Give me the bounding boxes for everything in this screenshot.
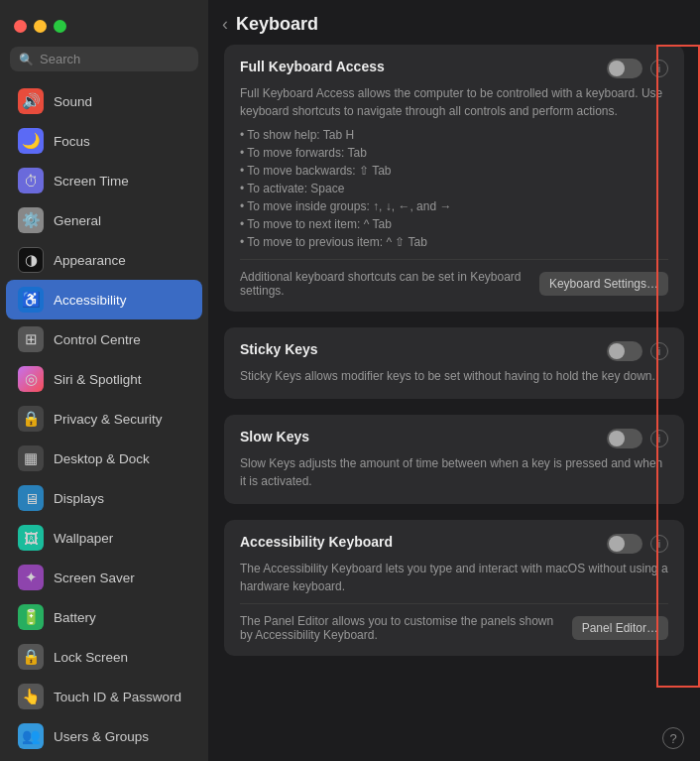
bullet-item: To show help: Tab H bbox=[240, 126, 668, 144]
card-title-sticky-keys: Sticky Keys bbox=[240, 341, 318, 357]
sidebar-item-appearance[interactable]: ◑Appearance bbox=[6, 240, 202, 280]
touchid-icon: 👆 bbox=[18, 684, 44, 709]
card-divider-accessibility-keyboard bbox=[240, 603, 668, 604]
sidebar-item-label-battery: Battery bbox=[54, 610, 96, 625]
sidebar-item-controlcentre[interactable]: ⊞Control Centre bbox=[6, 319, 202, 359]
sound-icon: 🔊 bbox=[18, 88, 44, 114]
appearance-icon: ◑ bbox=[18, 247, 44, 273]
sidebar-item-label-appearance: Appearance bbox=[54, 253, 126, 268]
sidebar-item-label-siri: Siri & Spotlight bbox=[54, 372, 142, 387]
sidebar-item-label-users: Users & Groups bbox=[54, 729, 149, 744]
main-body: Full Keyboard AccessiFull Keyboard Acces… bbox=[208, 45, 700, 688]
sidebar-item-privacy[interactable]: 🔒Privacy & Security bbox=[6, 399, 202, 439]
traffic-lights bbox=[0, 12, 208, 47]
card-body-accessibility-keyboard: The Accessibility Keyboard lets you type… bbox=[240, 560, 668, 595]
sidebar-item-lockscreen[interactable]: 🔒Lock Screen bbox=[6, 637, 202, 677]
sidebar-item-users[interactable]: 👥Users & Groups bbox=[6, 716, 202, 756]
card-footer-accessibility-keyboard: The Panel Editor allows you to customise… bbox=[240, 614, 668, 642]
sidebar-item-label-sound: Sound bbox=[54, 94, 92, 109]
toggle-accessibility-keyboard[interactable] bbox=[607, 534, 642, 554]
bullet-item: To move inside groups: ↑, ↓, ←, and → bbox=[240, 197, 668, 215]
screentime-icon: ⏱ bbox=[18, 168, 44, 193]
sidebar-item-screensaver[interactable]: ✦Screen Saver bbox=[6, 558, 202, 597]
bullet-item: To move to previous item: ^ ⇧ Tab bbox=[240, 233, 668, 251]
sidebar-item-general[interactable]: ⚙️General bbox=[6, 200, 202, 240]
action-button-accessibility-keyboard[interactable]: Panel Editor… bbox=[572, 616, 668, 640]
card-title-accessibility-keyboard: Accessibility Keyboard bbox=[240, 534, 393, 550]
card-footer-text-full-keyboard-access: Additional keyboard shortcuts can be set… bbox=[240, 270, 529, 298]
siri-icon: ◎ bbox=[18, 366, 44, 392]
action-button-full-keyboard-access[interactable]: Keyboard Settings… bbox=[539, 272, 668, 296]
displays-icon: 🖥 bbox=[18, 485, 44, 511]
toggle-full-keyboard-access[interactable] bbox=[607, 59, 642, 78]
sidebar-item-label-wallpaper: Wallpaper bbox=[54, 531, 113, 546]
controlcentre-icon: ⊞ bbox=[18, 326, 44, 352]
close-button[interactable] bbox=[14, 20, 27, 33]
sidebar-item-label-screensaver: Screen Saver bbox=[54, 571, 135, 585]
sidebar-item-label-privacy: Privacy & Security bbox=[54, 412, 163, 427]
sidebar-item-displays[interactable]: 🖥Displays bbox=[6, 478, 202, 518]
accessibility-icon: ♿ bbox=[18, 287, 44, 313]
card-body-slow-keys: Slow Keys adjusts the amount of time bet… bbox=[240, 454, 668, 490]
sidebar-item-label-accessibility: Accessibility bbox=[54, 293, 127, 308]
sidebar: 🔍 🔊Sound🌙Focus⏱Screen Time⚙️General◑Appe… bbox=[0, 0, 208, 761]
card-full-keyboard-access: Full Keyboard AccessiFull Keyboard Acces… bbox=[224, 45, 684, 312]
info-button-full-keyboard-access[interactable]: i bbox=[650, 60, 668, 77]
card-header-sticky-keys: Sticky Keysi bbox=[240, 341, 668, 361]
card-slow-keys: Slow KeysiSlow Keys adjusts the amount o… bbox=[224, 415, 684, 504]
sidebar-item-screentime[interactable]: ⏱Screen Time bbox=[6, 161, 202, 200]
toggle-sticky-keys[interactable] bbox=[607, 341, 642, 361]
focus-icon: 🌙 bbox=[18, 128, 44, 154]
help-button[interactable]: ? bbox=[662, 727, 684, 749]
bullet-item: To activate: Space bbox=[240, 180, 668, 197]
toggle-slow-keys[interactable] bbox=[607, 429, 642, 448]
card-controls-accessibility-keyboard: i bbox=[607, 534, 668, 554]
back-button[interactable]: ‹ bbox=[222, 14, 228, 35]
card-footer-text-accessibility-keyboard: The Panel Editor allows you to customise… bbox=[240, 614, 562, 642]
main-body-wrapper: Full Keyboard AccessiFull Keyboard Acces… bbox=[208, 45, 700, 761]
card-controls-slow-keys: i bbox=[607, 429, 668, 448]
sidebar-item-focus[interactable]: 🌙Focus bbox=[6, 121, 202, 161]
sidebar-item-wallpaper[interactable]: 🖼Wallpaper bbox=[6, 518, 202, 558]
sidebar-item-battery[interactable]: 🔋Battery bbox=[6, 597, 202, 637]
sidebar-item-label-controlcentre: Control Centre bbox=[54, 332, 141, 347]
desktop-icon: ▦ bbox=[18, 445, 44, 471]
screensaver-icon: ✦ bbox=[18, 565, 44, 590]
card-sticky-keys: Sticky KeysiSticky Keys allows modifier … bbox=[224, 327, 684, 399]
sidebar-item-touchid[interactable]: 👆Touch ID & Password bbox=[6, 677, 202, 716]
search-icon: 🔍 bbox=[19, 53, 34, 66]
info-button-accessibility-keyboard[interactable]: i bbox=[650, 535, 668, 553]
users-icon: 👥 bbox=[18, 723, 44, 749]
bullet-item: To move to next item: ^ Tab bbox=[240, 215, 668, 233]
card-body-full-keyboard-access: Full Keyboard Access allows the computer… bbox=[240, 84, 668, 251]
card-controls-full-keyboard-access: i bbox=[607, 59, 668, 78]
sidebar-item-siri[interactable]: ◎Siri & Spotlight bbox=[6, 359, 202, 399]
lockscreen-icon: 🔒 bbox=[18, 644, 44, 670]
card-title-full-keyboard-access: Full Keyboard Access bbox=[240, 59, 385, 74]
info-button-slow-keys[interactable]: i bbox=[650, 430, 668, 447]
sidebar-item-label-desktop: Desktop & Dock bbox=[54, 451, 150, 466]
card-header-full-keyboard-access: Full Keyboard Accessi bbox=[240, 59, 668, 78]
bullet-item: To move backwards: ⇧ Tab bbox=[240, 162, 668, 180]
wallpaper-icon: 🖼 bbox=[18, 525, 44, 551]
sidebar-item-label-focus: Focus bbox=[54, 134, 90, 149]
bullet-item: To move forwards: Tab bbox=[240, 144, 668, 162]
card-header-accessibility-keyboard: Accessibility Keyboardi bbox=[240, 534, 668, 554]
page-title: Keyboard bbox=[236, 14, 318, 35]
sidebar-item-desktop[interactable]: ▦Desktop & Dock bbox=[6, 439, 202, 478]
card-divider-full-keyboard-access bbox=[240, 259, 668, 260]
search-bar[interactable]: 🔍 bbox=[10, 47, 198, 71]
sidebar-item-label-touchid: Touch ID & Password bbox=[54, 690, 181, 704]
fullscreen-button[interactable] bbox=[54, 20, 66, 33]
sidebar-item-accessibility[interactable]: ♿Accessibility bbox=[6, 280, 202, 319]
minimize-button[interactable] bbox=[34, 20, 47, 33]
sidebar-item-label-displays: Displays bbox=[54, 491, 104, 506]
general-icon: ⚙️ bbox=[18, 207, 44, 233]
card-header-slow-keys: Slow Keysi bbox=[240, 429, 668, 448]
search-input[interactable] bbox=[40, 52, 189, 66]
main-header: ‹ Keyboard bbox=[208, 0, 700, 45]
info-button-sticky-keys[interactable]: i bbox=[650, 342, 668, 360]
card-body-sticky-keys: Sticky Keys allows modifier keys to be s… bbox=[240, 367, 668, 385]
card-title-slow-keys: Slow Keys bbox=[240, 429, 309, 444]
sidebar-item-sound[interactable]: 🔊Sound bbox=[6, 81, 202, 121]
